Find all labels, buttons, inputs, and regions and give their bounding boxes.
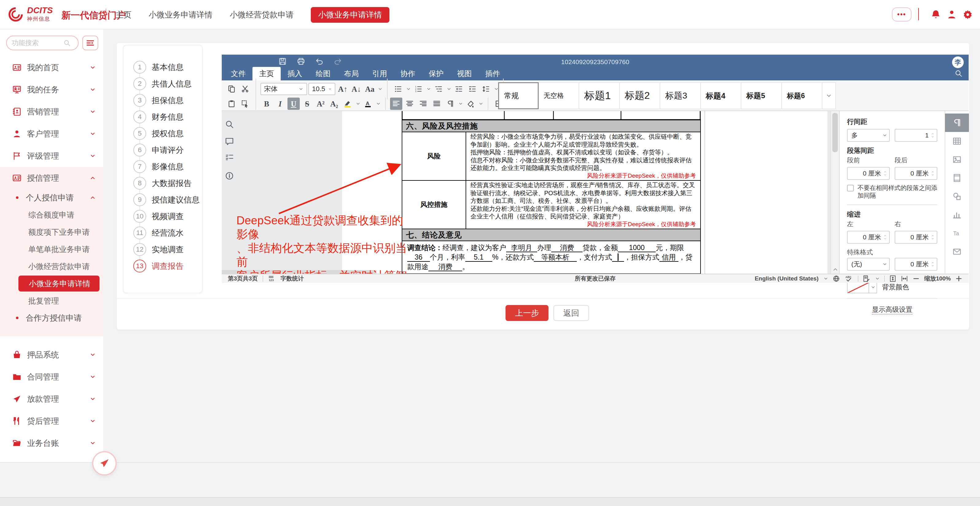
underline-button[interactable]: U bbox=[288, 98, 300, 110]
editor-menu-tab[interactable]: 插入 bbox=[281, 67, 309, 80]
word-count-label[interactable]: 字数统计 bbox=[280, 274, 304, 282]
editor-menu-tab[interactable]: 插件 bbox=[479, 67, 507, 80]
decrease-font-button[interactable]: A↓ bbox=[350, 83, 363, 95]
undo-icon[interactable] bbox=[315, 57, 324, 66]
step-item-10[interactable]: 10视频调查 bbox=[124, 208, 203, 225]
align-right-button[interactable] bbox=[417, 98, 430, 110]
sidebar-search[interactable] bbox=[6, 36, 79, 50]
table-panel-icon[interactable] bbox=[945, 132, 969, 151]
italic-button[interactable]: I bbox=[274, 98, 286, 110]
editor-search-icon[interactable] bbox=[955, 69, 963, 77]
line-spacing-input[interactable]: 1 bbox=[895, 129, 937, 142]
step-item-3[interactable]: 3担保信息 bbox=[124, 92, 203, 109]
step-item-8[interactable]: 8大数据报告 bbox=[124, 175, 203, 192]
decrease-indent-button[interactable] bbox=[453, 83, 465, 95]
zoom-in-icon[interactable] bbox=[955, 275, 963, 282]
scrollbar-thumb[interactable] bbox=[832, 113, 838, 152]
cut-button[interactable] bbox=[239, 83, 251, 95]
indent-left-input[interactable]: 0 厘米 bbox=[847, 231, 890, 244]
increase-font-button[interactable]: A↑ bbox=[337, 83, 349, 95]
advanced-settings-link[interactable]: 显示高级设置 bbox=[872, 306, 912, 314]
floating-send-button[interactable] bbox=[92, 451, 117, 476]
step-item-6[interactable]: 6申请评分 bbox=[124, 142, 203, 158]
step-item-7[interactable]: 7影像信息 bbox=[124, 158, 203, 175]
line-spacing-select[interactable]: 多 bbox=[847, 129, 890, 142]
header-footer-panel-icon[interactable] bbox=[945, 169, 969, 187]
fit-page-icon[interactable] bbox=[889, 275, 896, 282]
step-item-12[interactable]: 12实地调查 bbox=[124, 241, 203, 258]
bold-button[interactable]: B bbox=[261, 98, 273, 110]
document-canvas[interactable]: 六、风险及风控措施 风险 经营风险：小微企业市场竞争力弱，易受行业波动（如政策变… bbox=[222, 111, 830, 274]
sidebar-subitem-active[interactable]: 小微业务申请详情 bbox=[18, 276, 100, 292]
change-case-button[interactable]: Aa bbox=[364, 83, 376, 95]
subscript-button[interactable]: A₂ bbox=[328, 98, 340, 110]
style-preset[interactable]: 标题4 bbox=[701, 82, 741, 109]
style-preset[interactable]: 常规 bbox=[498, 82, 539, 109]
align-left-button[interactable] bbox=[390, 98, 402, 110]
image-panel-icon[interactable] bbox=[945, 151, 969, 169]
spacing-before-input[interactable]: 0 厘米 bbox=[847, 167, 890, 180]
step-item-5[interactable]: 5授权信息 bbox=[124, 125, 203, 142]
doc-info-icon[interactable] bbox=[225, 171, 234, 181]
same-style-option[interactable]: 不要在相同样式的段落之间添加间隔 bbox=[847, 184, 937, 200]
doc-search-icon[interactable] bbox=[225, 120, 234, 129]
sidebar-item[interactable]: 营销管理 bbox=[0, 101, 103, 123]
doc-comment-icon[interactable] bbox=[225, 137, 234, 146]
chart-panel-icon[interactable] bbox=[945, 206, 969, 224]
step-item-4[interactable]: 4财务信息 bbox=[124, 109, 203, 125]
menu-collapse-button[interactable] bbox=[82, 36, 98, 50]
increase-indent-button[interactable] bbox=[466, 83, 479, 95]
editor-menu-tab[interactable]: 绘图 bbox=[309, 67, 337, 80]
step-item-1[interactable]: 1基本信息 bbox=[124, 59, 203, 76]
shapes-panel-icon[interactable] bbox=[945, 187, 969, 206]
sidebar-subitem[interactable]: 综合额度申请 bbox=[0, 206, 103, 224]
style-preset[interactable]: 标题3 bbox=[660, 82, 701, 109]
sidebar-subitem[interactable]: 批复管理 bbox=[0, 292, 103, 309]
print-icon[interactable] bbox=[297, 57, 305, 66]
editor-menu-tab[interactable]: 协作 bbox=[394, 67, 422, 80]
vertical-scrollbar[interactable] bbox=[830, 111, 839, 274]
sidebar-subitem[interactable]: 单笔单批业务申请 bbox=[0, 241, 103, 258]
sidebar-item[interactable]: 评级管理 bbox=[0, 145, 103, 167]
sidebar-item[interactable]: 业务台账 bbox=[0, 432, 103, 454]
highlight-button[interactable] bbox=[342, 98, 354, 110]
doc-headings-icon[interactable] bbox=[225, 154, 234, 163]
sidebar-item[interactable]: 客户管理 bbox=[0, 123, 103, 145]
editor-menu-active[interactable]: 主页 bbox=[253, 67, 281, 80]
spellcheck-icon[interactable]: ABC bbox=[844, 275, 853, 282]
language-select[interactable]: English (United States) bbox=[754, 275, 818, 282]
user-icon[interactable] bbox=[947, 9, 957, 20]
paste-button[interactable] bbox=[226, 98, 238, 110]
back-button[interactable]: 返回 bbox=[554, 305, 589, 321]
sidebar-subitem[interactable]: 个人授信申请 bbox=[0, 189, 103, 206]
editor-menu-tab[interactable]: 文件 bbox=[224, 67, 253, 80]
font-name-select[interactable]: 宋体 bbox=[261, 83, 307, 95]
sidebar-item[interactable]: 我的任务 bbox=[0, 79, 103, 101]
checkbox[interactable] bbox=[847, 185, 854, 192]
fit-width-icon[interactable] bbox=[901, 275, 908, 282]
indent-right-input[interactable]: 0 厘米 bbox=[895, 231, 937, 244]
justify-button[interactable] bbox=[431, 98, 443, 110]
scrollbar-arrow-icon[interactable] bbox=[832, 266, 838, 273]
avatar[interactable]: 李 bbox=[952, 57, 964, 68]
background-color-picker[interactable] bbox=[847, 281, 877, 293]
step-item-2[interactable]: 2共借人信息 bbox=[124, 76, 203, 92]
style-preset[interactable]: 标题2 bbox=[620, 82, 660, 109]
line-spacing-button[interactable] bbox=[480, 83, 492, 95]
style-preset[interactable]: 标题5 bbox=[741, 82, 782, 109]
styles-expand-button[interactable] bbox=[822, 82, 836, 109]
top-tab[interactable]: 小微业务申请详情 bbox=[149, 10, 213, 20]
style-preset[interactable]: 标题6 bbox=[782, 82, 822, 109]
text-art-panel-icon[interactable]: Ta bbox=[945, 224, 969, 243]
top-tab[interactable]: 主页 bbox=[116, 10, 132, 20]
sidebar-item[interactable]: 我的首页 bbox=[0, 57, 103, 79]
paragraph-mark-button[interactable] bbox=[444, 98, 457, 110]
bottom-scrollbar-strip[interactable] bbox=[0, 497, 980, 506]
step-item-9[interactable]: 9授信建议信息 bbox=[124, 192, 203, 208]
align-center-button[interactable] bbox=[404, 98, 416, 110]
special-format-input[interactable]: 0 厘米 bbox=[895, 258, 937, 271]
font-color-button[interactable]: A bbox=[362, 98, 374, 110]
sidebar-subitem[interactable]: 小微经营贷款申请 bbox=[0, 258, 103, 275]
step-item-11[interactable]: 11经营流水 bbox=[124, 225, 203, 241]
globe-icon[interactable] bbox=[833, 275, 840, 282]
